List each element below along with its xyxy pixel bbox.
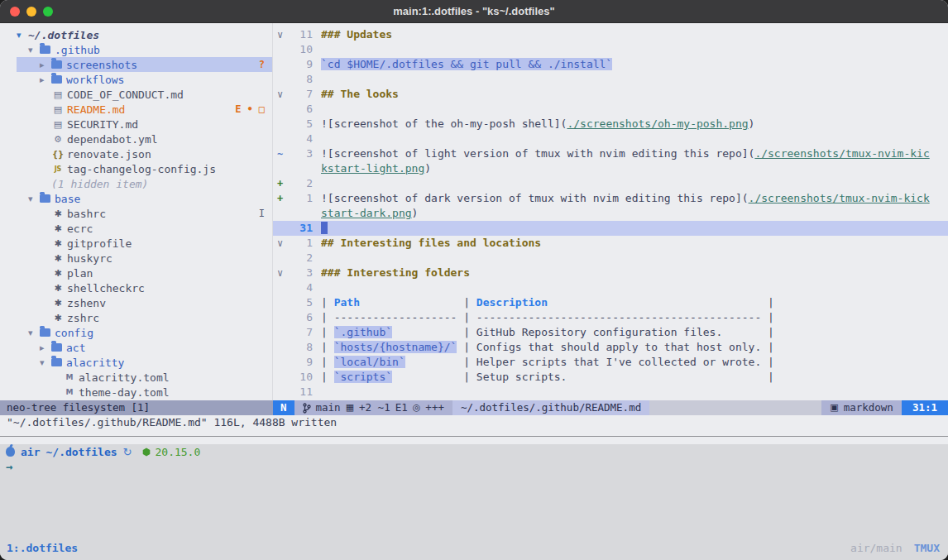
chevron-down-icon[interactable]: ▾	[40, 357, 49, 368]
editor-line[interactable]: ∨11### Updates	[273, 27, 948, 42]
tree-item[interactable]: ✱zshrc	[0, 310, 272, 325]
tree-item-label: CODE_OF_CONDUCT.md	[67, 89, 184, 101]
tree-item-label: tag-changelog-config.js	[67, 163, 216, 175]
editor-line[interactable]: +1![screenshot of dark version of tmux w…	[273, 191, 948, 206]
chevron-down-icon[interactable]: ▾	[28, 328, 37, 338]
line-text: ![screenshot of light version of tmux wi…	[321, 146, 948, 161]
tree-item[interactable]: ✱plan	[0, 266, 272, 280]
editor-line[interactable]: 2	[273, 251, 948, 266]
js-file-icon: JS	[51, 165, 65, 173]
tree-item[interactable]: JStag-changelog-config.js	[0, 161, 272, 176]
line-number: 5	[290, 295, 313, 310]
tree-item-label: bashrc	[67, 208, 106, 220]
line-number: 11	[290, 27, 313, 42]
git-branch-label: main	[316, 400, 341, 415]
neotree-panel: ▾~/.dotfiles▾.github▸screenshots?▸workfl…	[0, 23, 273, 400]
tree-item-label: (1 hidden item)	[51, 178, 148, 190]
tree-item-label: workflows	[66, 74, 124, 86]
close-button[interactable]	[10, 7, 20, 17]
tree-item[interactable]: ✱huskyrc	[0, 251, 272, 266]
chevron-down-icon[interactable]: ▾	[28, 194, 37, 204]
shell-cursor-line[interactable]: →	[6, 459, 948, 474]
tree-item[interactable]: ▸screenshots?	[0, 57, 272, 72]
line-text	[321, 72, 948, 87]
line-number	[290, 206, 313, 221]
editor-line[interactable]: ∨1## Interesting files and locations	[273, 236, 948, 251]
tree-item[interactable]: (1 hidden item)	[0, 176, 272, 191]
shell-file-icon: ✱	[51, 298, 65, 309]
line-text: ## Interesting files and locations	[321, 236, 948, 251]
tree-item[interactable]: ▤README.mdE•□	[0, 102, 272, 117]
line-number: 4	[290, 280, 313, 295]
md-file-icon: ▤	[51, 104, 65, 115]
tmux-window-tab[interactable]: 1:.dotfiles	[7, 541, 78, 556]
editor-line[interactable]: 10	[273, 42, 948, 57]
editor-line[interactable]: 11	[273, 385, 948, 400]
git-status-badge: E	[235, 103, 241, 115]
tree-item-label: base	[55, 193, 80, 205]
editor-line[interactable]: 5![screenshot of the oh-my-posh shell](.…	[273, 117, 948, 132]
tree-item[interactable]: ✱zshenv	[0, 295, 272, 310]
editor-line[interactable]: 7| `.github` | GitHub Repository configu…	[273, 325, 948, 340]
chevron-down-icon[interactable]: ▾	[28, 45, 37, 55]
editor-line[interactable]: 8	[273, 72, 948, 87]
neotree-statusline: neo-tree filesystem [1]	[0, 400, 273, 415]
chevron-right-icon[interactable]: ▸	[40, 60, 49, 70]
tree-item-label: dependabot.yml	[67, 133, 158, 146]
tree-item[interactable]: ⚙dependabot.yml	[0, 132, 272, 146]
json-file-icon: {}	[51, 150, 65, 159]
minimize-button[interactable]	[26, 7, 36, 17]
tree-item[interactable]: ▤SECURITY.md	[0, 117, 272, 132]
tree-item[interactable]: ✱shellcheckrc	[0, 280, 272, 295]
filetype-label: markdown	[844, 400, 893, 415]
git-status-badge: I	[259, 208, 265, 219]
fullscreen-button[interactable]	[43, 7, 53, 17]
tree-item[interactable]: ✱ecrc	[0, 221, 272, 236]
tree-item[interactable]: ▾base	[0, 191, 272, 206]
tree-item[interactable]: Mtheme-day.toml	[0, 385, 272, 400]
cursor-position: 31:1	[902, 400, 948, 415]
gutter-blank	[273, 251, 290, 266]
editor-line[interactable]: 6	[273, 102, 948, 117]
tree-item[interactable]: ▾alacritty	[0, 355, 272, 370]
editor-line[interactable]: ~3![screenshot of light version of tmux …	[273, 146, 948, 161]
editor-line[interactable]: +2	[273, 176, 948, 191]
chevron-right-icon[interactable]: ▸	[40, 74, 49, 85]
tree-item[interactable]: ▸act	[0, 340, 272, 355]
editor-line[interactable]: 5| Path | Description |	[273, 295, 948, 310]
folder-icon	[40, 328, 50, 337]
chevron-down-icon[interactable]: ▾	[17, 30, 26, 41]
line-text: ### Updates	[321, 27, 948, 42]
tree-item[interactable]: ▸workflows	[0, 72, 272, 87]
editor-line[interactable]: 31	[273, 221, 948, 236]
editor-line[interactable]: 4	[273, 132, 948, 146]
editor-line[interactable]: 8| `hosts/{hostname}/` | Configs that sh…	[273, 340, 948, 355]
editor-buffer[interactable]: ∨11### Updates 10 9`cd $HOME/.dotfiles &…	[273, 23, 948, 400]
tree-item[interactable]: {}renovate.json	[0, 146, 272, 161]
shell-pane[interactable]: air ~/.dotfiles ↻ 20.15.0 → 1:.dotfiles …	[0, 444, 948, 560]
line-number: 7	[290, 325, 313, 340]
editor-line[interactable]: 9| `local/bin` | Helper scripts that I'v…	[273, 355, 948, 370]
tmux-pane-border[interactable]	[0, 436, 948, 437]
chevron-right-icon[interactable]: ▸	[40, 342, 49, 353]
line-number: 4	[290, 132, 313, 146]
editor-line[interactable]: 9`cd $HOME/.dotfiles && git pull && ./in…	[273, 57, 948, 72]
shell-file-icon: ✱	[51, 313, 65, 323]
tree-item[interactable]: ▾.github	[0, 42, 272, 57]
toml-file-icon: M	[63, 373, 76, 381]
tree-item[interactable]: ✱gitprofile	[0, 236, 272, 251]
editor-line[interactable]: ∨7## The looks	[273, 87, 948, 102]
editor-line[interactable]: 10| `scripts` | Setup scripts. |	[273, 370, 948, 385]
editor-line[interactable]: start-dark.png)	[273, 206, 948, 221]
editor-line[interactable]: 6| ------------------- | ---------------…	[273, 310, 948, 325]
editor-line[interactable]: ∨3### Interesting folders	[273, 266, 948, 280]
line-number: 6	[290, 310, 313, 325]
tree-item[interactable]: ▾config	[0, 325, 272, 340]
tree-item[interactable]: ✱bashrcI	[0, 206, 272, 221]
tree-item[interactable]: Malacritty.toml	[0, 370, 272, 385]
editor-line[interactable]: 4	[273, 280, 948, 295]
editor-line[interactable]: kstart-light.png)	[273, 161, 948, 176]
tree-item[interactable]: ▤CODE_OF_CONDUCT.md	[0, 87, 272, 102]
gutter-blank	[273, 370, 290, 385]
tree-item[interactable]: ▾~/.dotfiles	[0, 27, 272, 42]
